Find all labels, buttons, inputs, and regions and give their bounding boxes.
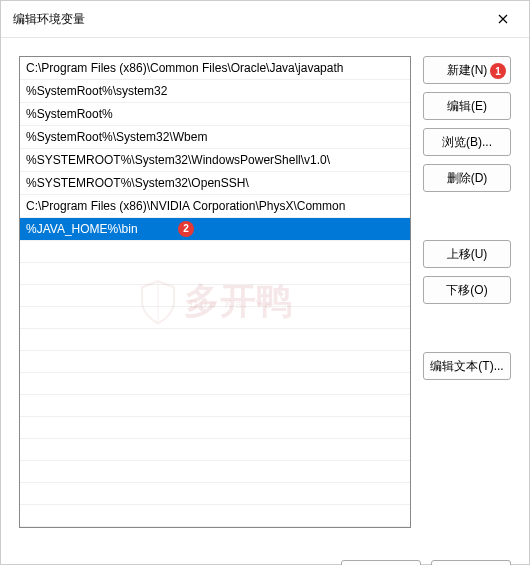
list-item[interactable]: C:\Program Files (x86)\Common Files\Orac…	[20, 57, 410, 80]
list-item-empty[interactable]	[20, 395, 410, 417]
list-item[interactable]: %SystemRoot%\System32\Wbem	[20, 126, 410, 149]
annotation-badge-2: 2	[178, 221, 194, 237]
cancel-button[interactable]: 取消	[431, 560, 511, 565]
list-item[interactable]: %SystemRoot%\system32	[20, 80, 410, 103]
action-buttons: 新建(N) 1 编辑(E) 浏览(B)... 删除(D) 上移(U) 下移(O)…	[423, 56, 511, 528]
close-button[interactable]	[485, 7, 521, 31]
dialog-footer: 确定 3 取消	[1, 546, 529, 565]
spacer	[423, 200, 511, 232]
spacer	[423, 312, 511, 344]
close-icon	[498, 14, 508, 24]
path-list[interactable]: C:\Program Files (x86)\Common Files\Orac…	[19, 56, 411, 528]
list-item-selected[interactable]: %JAVA_HOME%\bin 2	[20, 218, 410, 241]
list-item-empty[interactable]	[20, 285, 410, 307]
list-item-empty[interactable]	[20, 461, 410, 483]
list-item[interactable]: %SystemRoot%	[20, 103, 410, 126]
list-item-empty[interactable]	[20, 505, 410, 527]
list-item-empty[interactable]	[20, 241, 410, 263]
list-item[interactable]: C:\Program Files (x86)\NVIDIA Corporatio…	[20, 195, 410, 218]
move-down-button[interactable]: 下移(O)	[423, 276, 511, 304]
edit-environment-variable-dialog: 编辑环境变量 C:\Program Files (x86)\Common Fil…	[0, 0, 530, 565]
delete-button[interactable]: 删除(D)	[423, 164, 511, 192]
list-item-empty[interactable]	[20, 439, 410, 461]
edit-text-button[interactable]: 编辑文本(T)...	[423, 352, 511, 380]
titlebar: 编辑环境变量	[1, 1, 529, 38]
dialog-content: C:\Program Files (x86)\Common Files\Orac…	[1, 38, 529, 546]
ok-button[interactable]: 确定 3	[341, 560, 421, 565]
annotation-badge-1: 1	[490, 63, 506, 79]
list-item[interactable]: %SYSTEMROOT%\System32\WindowsPowerShell\…	[20, 149, 410, 172]
browse-button[interactable]: 浏览(B)...	[423, 128, 511, 156]
list-item-empty[interactable]	[20, 373, 410, 395]
button-label: 新建(N)	[447, 62, 488, 79]
list-item-empty[interactable]	[20, 263, 410, 285]
list-item-empty[interactable]	[20, 417, 410, 439]
list-item-empty[interactable]	[20, 329, 410, 351]
list-item[interactable]: %SYSTEMROOT%\System32\OpenSSH\	[20, 172, 410, 195]
new-button[interactable]: 新建(N) 1	[423, 56, 511, 84]
list-item-empty[interactable]	[20, 483, 410, 505]
edit-button[interactable]: 编辑(E)	[423, 92, 511, 120]
list-item-label: %JAVA_HOME%\bin	[26, 222, 138, 236]
list-item-empty[interactable]	[20, 351, 410, 373]
dialog-title: 编辑环境变量	[13, 11, 85, 28]
move-up-button[interactable]: 上移(U)	[423, 240, 511, 268]
list-item-empty[interactable]	[20, 307, 410, 329]
